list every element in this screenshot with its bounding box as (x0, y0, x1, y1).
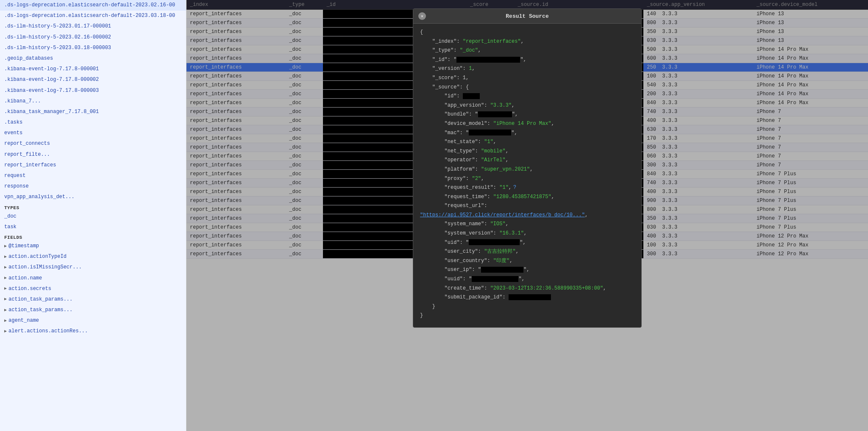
sidebar-index-item[interactable]: report_interfaces (0, 160, 186, 171)
expand-arrow-icon: ▶ (4, 296, 7, 303)
sidebar-index-item[interactable]: .tasks (0, 117, 186, 128)
sidebar-index-item[interactable]: .ds-ilm-history-5-2023.03.18-000003 (0, 43, 186, 53)
fields-section-title: Fields (0, 232, 186, 241)
sidebar-field-item[interactable]: ▶@timestamp (0, 241, 186, 251)
sidebar-index-item[interactable]: report_connects (0, 138, 186, 149)
sidebar-type-item[interactable]: task (0, 222, 186, 232)
modal-header: × Result Source (413, 9, 641, 24)
main-content: _index _type _id _score _source.id _sour… (186, 0, 868, 431)
sidebar-index-item[interactable]: .ds-logs-deprecation.elasticsearch-defau… (0, 11, 186, 21)
sidebar-index-item[interactable]: .kibana-event-log-7.17.8-000002 (0, 75, 186, 85)
expand-arrow-icon: ▶ (4, 328, 7, 335)
sidebar-index-item[interactable]: .geoip_databases (0, 53, 186, 64)
expand-arrow-icon: ▶ (4, 264, 7, 271)
expand-arrow-icon: ▶ (4, 254, 7, 260)
expand-arrow-icon: ▶ (4, 243, 7, 250)
expand-arrow-icon: ▶ (4, 285, 7, 292)
modal-body: { "_index": "report_interfaces", "_type"… (413, 24, 641, 327)
sidebar-field-item[interactable]: ▶action.secrets (0, 284, 186, 294)
sidebar-index-item[interactable]: .ds-ilm-history-5-2023.02.16-000002 (0, 32, 186, 43)
expand-arrow-icon: ▶ (4, 275, 7, 282)
sidebar-type-item[interactable]: _doc (0, 211, 186, 222)
expand-arrow-icon: ▶ (4, 318, 7, 324)
sidebar-index-item[interactable]: report_filte... (0, 149, 186, 160)
sidebar-index-item[interactable]: response (0, 181, 186, 192)
sidebar-index-item[interactable]: vpn_app_analysis_det... (0, 192, 186, 202)
sidebar-index-item[interactable]: events (0, 128, 186, 138)
sidebar-field-item[interactable]: ▶action_task_params... (0, 305, 186, 315)
modal-overlay: × Result Source { "_index": "report_inte… (186, 0, 868, 431)
result-source-modal: × Result Source { "_index": "report_inte… (413, 8, 642, 328)
sidebar-field-item[interactable]: ▶action.name (0, 273, 186, 284)
sidebar-index-item[interactable]: .kibana_task_manager_7.17.8_001 (0, 107, 186, 117)
sidebar-index-item[interactable]: .ds-ilm-history-5-2023.01.17-000001 (0, 21, 186, 32)
sidebar-field-item[interactable]: ▶alert.actions.actionRes... (0, 326, 186, 337)
sidebar-field-item[interactable]: ▶action.actionTypeId (0, 251, 186, 262)
sidebar-index-item[interactable]: .kibana-event-log-7.17.8-000003 (0, 86, 186, 96)
sidebar-index-item[interactable]: .kibana-event-log-7.17.8-000001 (0, 64, 186, 75)
expand-arrow-icon: ▶ (4, 307, 7, 314)
sidebar-field-item[interactable]: ▶action.isIMissingSecr... (0, 262, 186, 273)
modal-close-button[interactable]: × (418, 12, 426, 20)
modal-title: Result Source (506, 13, 548, 19)
types-section-title: Types (0, 203, 186, 211)
sidebar-index-item[interactable]: .kibana_7... (0, 96, 186, 107)
sidebar-index-item[interactable]: .ds-logs-deprecation.elasticsearch-defau… (0, 0, 186, 11)
sidebar-index-item[interactable]: request (0, 171, 186, 181)
sidebar: .ds-logs-deprecation.elasticsearch-defau… (0, 0, 186, 431)
sidebar-field-item[interactable]: ▶agent_name (0, 315, 186, 326)
sidebar-field-item[interactable]: ▶action_task_params... (0, 294, 186, 305)
